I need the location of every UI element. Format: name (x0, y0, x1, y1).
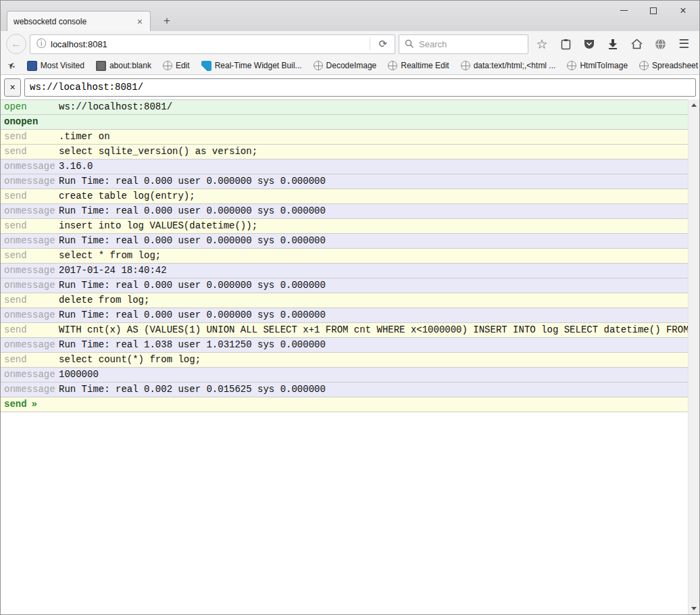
row-type-label: onmessage (1, 385, 59, 395)
console-header: × (1, 75, 699, 99)
row-type-label: send (1, 191, 59, 201)
row-message: Run Time: real 0.002 user 0.015625 sys 0… (59, 385, 688, 395)
bookmark-item[interactable]: Realtime Edit (388, 61, 449, 70)
maximize-button[interactable] (639, 1, 668, 20)
bookmark-item[interactable]: HtmlToImage (567, 61, 628, 70)
clipboard-icon[interactable] (555, 34, 576, 54)
row-type-label: onmessage (1, 206, 59, 216)
bookmark-item[interactable]: Real-Time Widget Buil... (201, 61, 302, 71)
row-type-label: send (1, 295, 59, 305)
bookmark-star-icon[interactable]: ☆ (532, 34, 552, 54)
reload-icon[interactable]: ⟳ (372, 38, 393, 50)
row-type-label: onmessage (1, 176, 59, 187)
console-row-onmessage: onmessage 1000000 (1, 368, 688, 383)
widget-icon (201, 61, 211, 71)
bookmarks-list: Most Visited about:blank Edit Real-Time … (27, 61, 698, 71)
row-type-label: onmessage (1, 280, 59, 291)
console-row-onmessage: onmessage Run Time: real 0.000 user 0.00… (1, 204, 688, 219)
row-type-label: onopen (1, 117, 59, 127)
globe-icon (567, 61, 576, 70)
url-bar[interactable]: ⓘ localhost:8081 ⟳ (30, 34, 395, 54)
row-message: 3.16.0 (59, 162, 688, 172)
console-row-onmessage: onmessage 2017-01-24 18:40:42 (1, 264, 688, 278)
row-message: insert into log VALUES(datetime()); (59, 221, 688, 231)
console-row-onmessage: onmessage Run Time: real 0.000 user 0.00… (1, 278, 688, 293)
row-type-label: send (1, 325, 59, 335)
row-message (59, 117, 688, 127)
navigation-toolbar: ← ⓘ localhost:8081 ⟳ ☆ ☰ (1, 31, 699, 57)
close-button[interactable]: × (668, 1, 698, 20)
console-input-row[interactable]: send » (1, 397, 688, 412)
bookmarks-toolbar: ✈ Most Visited about:blank Edit Real-Tim… (1, 57, 699, 75)
console-close-button[interactable]: × (4, 78, 21, 97)
page-icon (96, 61, 106, 71)
bookmarks-plane-icon[interactable]: ✈ (5, 59, 17, 72)
tab-websocketd-console[interactable]: websocketd console × (7, 11, 151, 31)
site-info-icon[interactable]: ⓘ (32, 38, 51, 50)
bookmark-item[interactable]: data:text/html;,<html ... (461, 61, 556, 70)
row-type-label: send (1, 251, 59, 261)
row-message: 1000000 (59, 370, 688, 380)
console-row-open: open ws://localhost:8081/ (1, 100, 688, 115)
new-tab-button[interactable]: + (157, 13, 176, 29)
row-message: Run Time: real 0.000 user 0.000000 sys 0… (59, 176, 688, 187)
browser-window: websocketd console × + × ← ⓘ localhost:8… (0, 0, 700, 615)
row-message: select sqlite_version() as version; (59, 147, 688, 157)
scroll-up-icon[interactable] (689, 99, 699, 111)
search-input[interactable] (419, 39, 507, 49)
console-row-onopen: onopen (1, 115, 688, 130)
prompt-chevron-icon: » (32, 399, 37, 410)
row-type-label: open (1, 102, 59, 112)
row-type-label: send (1, 132, 59, 142)
console-row-onmessage: onmessage Run Time: real 0.002 user 0.01… (1, 383, 688, 397)
row-type-label: send (1, 221, 59, 231)
console-row-send: send delete from log; (1, 293, 688, 308)
scrollbar[interactable] (688, 99, 699, 614)
bookmark-item[interactable]: about:blank (96, 61, 151, 71)
tab-title: websocketd console (14, 17, 136, 26)
home-icon[interactable] (626, 34, 647, 54)
search-box[interactable] (399, 34, 528, 54)
row-message: select count(*) from log; (59, 355, 688, 365)
window-controls: × (609, 1, 698, 20)
console-row-send: send create table log(entry); (1, 189, 688, 204)
row-message: delete from log; (59, 295, 688, 305)
row-message: 2017-01-24 18:40:42 (59, 266, 688, 276)
row-type-label: onmessage (1, 236, 59, 246)
console-row-send: send insert into log VALUES(datetime()); (1, 219, 688, 234)
row-type-label: onmessage (1, 340, 59, 350)
globe-icon (461, 61, 470, 70)
download-icon[interactable] (603, 34, 623, 54)
row-message: Run Time: real 0.000 user 0.000000 sys 0… (59, 310, 688, 320)
bookmark-item[interactable]: Edit (163, 61, 190, 70)
row-type-label: onmessage (1, 162, 59, 172)
row-type-label: onmessage (1, 370, 59, 380)
row-message: select * from log; (59, 251, 688, 261)
minimize-button[interactable] (609, 1, 639, 20)
back-button[interactable]: ← (6, 34, 26, 54)
console-body: open ws://localhost:8081/ onopen send .t… (1, 99, 699, 614)
bookmark-item[interactable]: Most Visited (27, 61, 84, 71)
row-message: Run Time: real 0.000 user 0.000000 sys 0… (59, 280, 688, 291)
bookmark-item[interactable]: DecodeImage (314, 61, 377, 70)
console-message-input[interactable] (41, 399, 688, 410)
send-label: send (1, 399, 27, 410)
console-row-onmessage: onmessage Run Time: real 0.000 user 0.00… (1, 174, 688, 189)
globe-extension-icon[interactable] (650, 34, 670, 54)
websocket-url-input[interactable] (24, 78, 696, 97)
bookmark-item[interactable]: Spreadsheet (639, 61, 698, 70)
console-row-onmessage: onmessage Run Time: real 0.000 user 0.00… (1, 308, 688, 323)
menu-icon[interactable]: ☰ (674, 34, 694, 54)
row-message: create table log(entry); (59, 191, 688, 201)
tab-close-icon[interactable]: × (136, 16, 144, 27)
scroll-down-icon[interactable] (689, 603, 699, 614)
row-type-label: send (1, 355, 59, 365)
pocket-icon[interactable] (579, 34, 599, 54)
console-row-send: send select count(*) from log; (1, 353, 688, 368)
console-row-onmessage: onmessage Run Time: real 1.038 user 1.03… (1, 338, 688, 353)
row-message: Run Time: real 0.000 user 0.000000 sys 0… (59, 206, 688, 216)
console-row-send: send WITH cnt(x) AS (VALUES(1) UNION ALL… (1, 323, 688, 338)
console-row-send: send select * from log; (1, 249, 688, 264)
search-icon (404, 39, 415, 49)
globe-icon (163, 61, 172, 70)
